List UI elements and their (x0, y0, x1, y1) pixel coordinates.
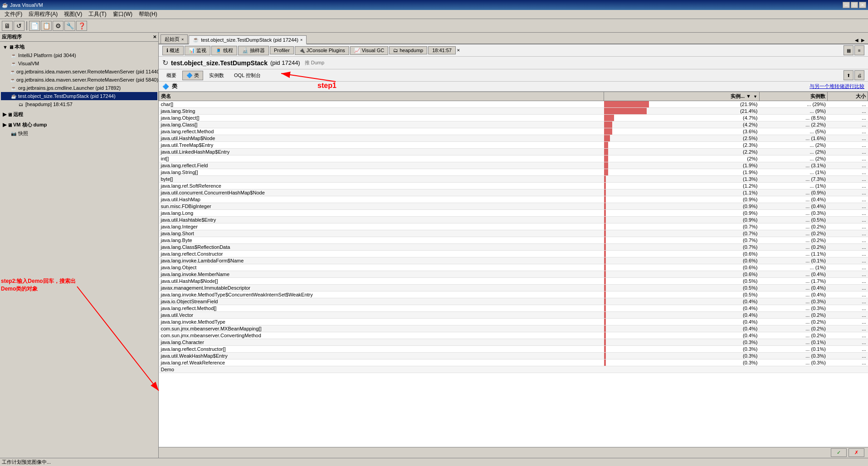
tab-start[interactable]: 起始页 × (161, 34, 188, 44)
table-row[interactable]: java.lang.Short(0.7%)... (0.2%)... (159, 230, 868, 237)
table-row[interactable]: java.lang.Class$ReflectionData(0.7%)... … (159, 244, 868, 251)
table-row[interactable]: java.lang.String[](1.9%)... (1%)... (159, 169, 868, 176)
table-row[interactable]: java.lang.Class[](4.2%)... (2.2%)... (159, 121, 868, 128)
col-instances-bar[interactable]: 实例... ▼ ▼ (604, 92, 760, 101)
profiler-button[interactable]: ⚙ (53, 21, 63, 31)
table-row[interactable]: com.sun.jmx.mbeanserver.MXBeanMapping[](… (159, 325, 868, 332)
table-row[interactable]: java.lang.Long(0.9%)... (0.3%)... (159, 210, 868, 217)
table-row[interactable]: sun.misc.FDBigInteger(0.9%)... (0.4%)... (159, 203, 868, 210)
table-row[interactable]: java.util.TreeMap$Entry(2.3%)... (2%)... (159, 142, 868, 149)
prof-tab-class[interactable]: 🔷 类 (182, 71, 203, 80)
table-row[interactable]: java.util.LinkedHashMap$Entry(2.2%)... (… (159, 149, 868, 155)
remote-expand-icon[interactable]: ▶ (3, 112, 6, 117)
heapdump-tab-close[interactable]: ✕ (457, 48, 460, 53)
subtab-heapdump[interactable]: 🗂 heapdump (389, 46, 427, 54)
table-row[interactable]: java.lang.Integer(0.7%)... (0.2%)... (159, 223, 868, 230)
table-row[interactable]: java.lang.ref.SoftReference(1.2%)... (1%… (159, 183, 868, 189)
tab-process-close[interactable]: × (300, 38, 302, 42)
subtab-jconsole[interactable]: 🔌 JConsole Plugins (295, 46, 349, 55)
menu-view[interactable]: 视图(V) (61, 10, 85, 19)
table-row[interactable]: java.lang.Character(0.3%)... (0.1%)... (159, 339, 868, 346)
table-row[interactable]: java.util.Vector(0.4%)... (0.2%)... (159, 312, 868, 319)
instances-abs-cell: ... (0.3%) (759, 298, 827, 305)
grid-view-button[interactable]: ▦ (844, 45, 853, 55)
table-row[interactable]: com.sun.jmx.mbeanserver.ConvertingMethod… (159, 332, 868, 339)
table-row[interactable]: java.lang.invoke.MethodType(0.4%)... (0.… (159, 319, 868, 325)
table-row[interactable]: javax.management.ImmutableDescriptor(0.5… (159, 285, 868, 291)
tab-start-close[interactable]: × (181, 37, 184, 42)
subtab-timestamp[interactable]: 18:41:57 (428, 46, 456, 54)
heap-dump-button[interactable]: 📄 (29, 21, 40, 31)
print-button[interactable]: 🖨 (854, 70, 864, 80)
tree-item-testdump[interactable]: ☕ test.object_size.TestDumpStack (pid 17… (1, 92, 157, 100)
subtab-sampler[interactable]: 🔬 抽样器 (238, 46, 269, 55)
table-row[interactable]: java.lang.String(21.4%)... (9%)... (159, 108, 868, 115)
table-row[interactable]: java.lang.reflect.Method(3.6%)... (5%)..… (159, 128, 868, 135)
maximize-button[interactable]: □ (851, 2, 858, 8)
tree-item-heapdump[interactable]: 🗂 [heapdump] 18:41:57 (1, 100, 157, 108)
table-row[interactable]: java.lang.Object[](4.7%)... (8.5%)... (159, 115, 868, 121)
subtab-threads[interactable]: 🧵 线程 (211, 46, 237, 55)
panel-close-button[interactable]: ✕ (153, 34, 156, 39)
coredump-expand-icon[interactable]: ▶ (3, 122, 6, 128)
menu-window[interactable]: 窗口(W) (110, 10, 135, 19)
table-row[interactable]: java.io.ObjectStreamField(0.4%)... (0.3%… (159, 298, 868, 305)
table-row[interactable]: java.lang.invoke.MethodType$ConcurrentWe… (159, 291, 868, 298)
table-row[interactable]: java.lang.reflect.Method[](0.4%)... (0.3… (159, 305, 868, 312)
table-row[interactable]: java.lang.reflect.Field(1.9%)... (3.1%).… (159, 162, 868, 169)
local-expand-icon[interactable]: ▼ (3, 44, 8, 50)
thread-dump-button[interactable]: 📋 (41, 21, 52, 31)
help-button[interactable]: ❓ (76, 21, 87, 31)
export-button[interactable]: ⬆ (844, 70, 853, 80)
tree-item-maven1[interactable]: ☕ org.jetbrains.idea.maven.server.Remote… (1, 68, 157, 76)
compare-link[interactable]: 与另一个堆转储进行比较 (809, 83, 864, 90)
subtab-visualgc[interactable]: 📈 Visual GC (350, 46, 388, 55)
confirm-cancel-button[interactable]: ✗ (848, 448, 864, 457)
menu-app[interactable]: 应用程序(A) (26, 10, 60, 19)
table-row[interactable]: int[](2%)... (2%)... (159, 155, 868, 162)
tab-process[interactable]: ☕ test.object_size.TestDumpStack (pid 17… (189, 35, 307, 44)
table-row[interactable]: java.util.HashMap(0.9%)... (0.4%)... (159, 196, 868, 203)
tree-item-launcher[interactable]: ☕ org.jetbrains.jps.cmdline.Launcher (pi… (1, 84, 157, 92)
subtab-overview[interactable]: ℹ 概述 (162, 46, 184, 55)
menu-tools[interactable]: 工具(T) (86, 10, 109, 19)
table-row[interactable]: java.lang.invoke.LambdaForm$Name(0.6%)..… (159, 257, 868, 264)
subtab-profiler[interactable]: Profiler (270, 46, 294, 54)
close-button[interactable]: ✕ (859, 2, 866, 8)
prof-tab-instances[interactable]: 实例数 (205, 71, 228, 80)
tree-item-maven2[interactable]: ☕ org.jetbrains.idea.maven.server.Remote… (1, 76, 157, 84)
table-row[interactable]: Demo (159, 366, 868, 373)
refresh-button[interactable]: ↺ (14, 21, 24, 31)
prof-tab-summary[interactable]: 概要 (162, 71, 180, 80)
menu-file[interactable]: 文件(F) (2, 10, 25, 19)
table-row[interactable]: java.util.HashMap$Node[](0.5%)... (1.7%)… (159, 278, 868, 285)
table-row[interactable]: java.lang.invoke.MemberName(0.6%)... (0.… (159, 271, 868, 278)
table-row[interactable]: java.lang.reflect.Constructor(0.6%)... (… (159, 251, 868, 257)
tab-nav-right[interactable]: ▶ (860, 37, 866, 44)
subtab-monitor[interactable]: 📊 监视 (185, 46, 210, 55)
table-row[interactable]: char[](21.9%)... (29%)... (159, 101, 868, 108)
col-instances-count[interactable]: 实例数 (759, 92, 827, 101)
table-row[interactable]: java.lang.reflect.Constructor[](0.3%)...… (159, 346, 868, 353)
table-row[interactable]: java.lang.Byte(0.7%)... (0.2%)... (159, 237, 868, 244)
table-row[interactable]: java.lang.ref.WeakReference(0.3%)... (0.… (159, 359, 868, 366)
new-connection-button[interactable]: 🖥 (2, 21, 13, 31)
table-row[interactable]: java.lang.Object(0.6%)... (1%)... (159, 264, 868, 271)
prof-tab-oql[interactable]: OQL 控制台 (230, 71, 265, 80)
settings-button[interactable]: 🔧 (64, 21, 75, 31)
menu-help[interactable]: 帮助(H) (136, 10, 160, 19)
tree-item-intellij[interactable]: ☕ IntelliJ Platform (pid 3044) (1, 51, 157, 59)
tab-nav-left[interactable]: ◀ (853, 37, 860, 44)
col-classname[interactable]: 类名 (159, 92, 604, 101)
table-row[interactable]: byte[](1.3%)... (7.3%)... (159, 176, 868, 183)
tree-item-visualvm[interactable]: ☕ VisualVM (1, 59, 157, 68)
table-row[interactable]: java.util.HashMap$Node(2.5%)... (1.6%)..… (159, 135, 868, 142)
col-size[interactable]: 大小 (828, 92, 868, 101)
confirm-ok-button[interactable]: ✓ (831, 448, 847, 457)
list-view-button[interactable]: ≡ (854, 45, 864, 55)
minimize-button[interactable]: ─ (843, 2, 850, 8)
tree-item-snapshot[interactable]: 📷 快照 (1, 129, 157, 137)
table-row[interactable]: java.util.WeakHashMap$Entry(0.3%)... (0.… (159, 353, 868, 359)
table-row[interactable]: java.util.concurrent.ConcurrentHashMap$N… (159, 189, 868, 196)
table-row[interactable]: java.util.Hashtable$Entry(0.9%)... (0.5%… (159, 217, 868, 223)
